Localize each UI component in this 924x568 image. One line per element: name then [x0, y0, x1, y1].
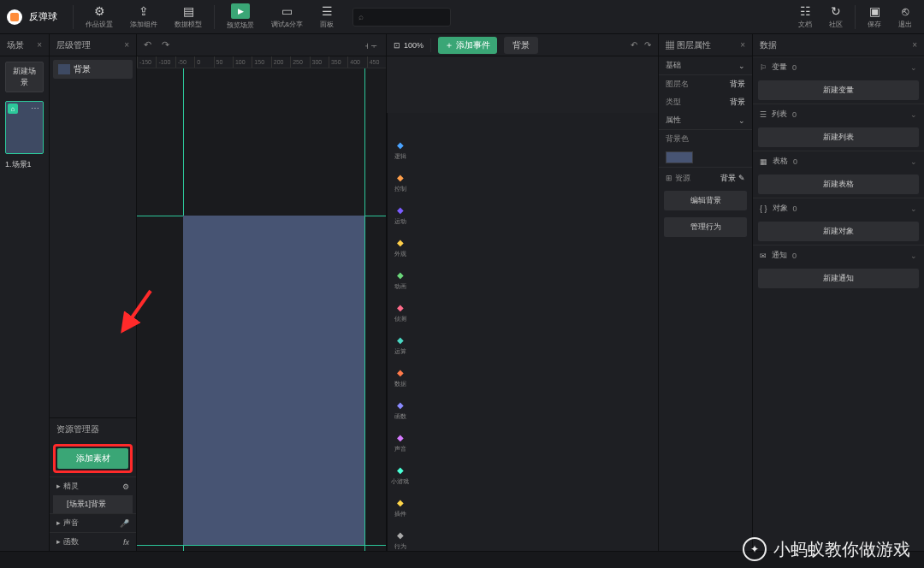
category-7[interactable]: ◆数据: [394, 366, 406, 388]
asset-item[interactable]: [场景1]背景: [53, 495, 133, 513]
category-10[interactable]: ◆小游戏: [391, 464, 409, 486]
redo-button[interactable]: ↷: [162, 39, 169, 50]
settings-button[interactable]: ⚙作品设置: [80, 3, 118, 31]
category-9[interactable]: ◆声音: [394, 431, 406, 453]
scene-thumbnail[interactable]: ⌂ ⋯: [5, 101, 44, 154]
community-button[interactable]: ↻社区: [824, 3, 848, 31]
variable-icon: ⚐: [760, 63, 767, 72]
top-bar: 反弹球 ⚙作品设置 ⇪添加组件 ▤数据模型 ▶预览场景 ▭调试&分享 ☰面板 ⌕…: [0, 0, 924, 34]
category-0[interactable]: ◆逻辑: [394, 139, 406, 161]
docs-button[interactable]: ☷文档: [793, 3, 817, 31]
home-icon: ⌂: [8, 104, 18, 114]
data-title: 数据: [760, 39, 777, 51]
new-list-button[interactable]: 新建列表: [758, 127, 919, 147]
chevron-down-icon: ⌄: [910, 63, 917, 72]
add-asset-button[interactable]: 添加素材: [57, 448, 128, 469]
section-table[interactable]: ▦表格0⌄: [753, 151, 924, 171]
layer-thumb-icon: [58, 64, 70, 74]
app-logo: [7, 9, 22, 25]
ruler-horizontal: -150-100-50050100150200250300350400450: [137, 56, 386, 68]
settings-icon[interactable]: ⚙: [122, 482, 129, 491]
save-button[interactable]: ▣保存: [862, 3, 886, 31]
canvas-area[interactable]: [137, 68, 386, 551]
category-4[interactable]: ◆动画: [394, 269, 406, 291]
mic-icon[interactable]: 🎤: [120, 519, 129, 528]
plugin-icon: ⇪: [139, 4, 149, 18]
category-2[interactable]: ◆运动: [394, 204, 406, 226]
new-variable-button[interactable]: 新建变量: [758, 80, 919, 100]
mobile-icon: ▭: [281, 4, 293, 18]
watermark: ✦ 小蚂蚁教你做游戏: [743, 537, 910, 561]
save-icon: ▣: [869, 4, 880, 18]
edit-bg-button[interactable]: 编辑背景: [664, 191, 747, 210]
new-table-button[interactable]: 新建表格: [758, 175, 919, 194]
section-attr[interactable]: 属性⌄: [659, 111, 752, 130]
bg-chip[interactable]: 背景: [504, 37, 538, 54]
list-icon: ☰: [760, 110, 767, 119]
asset-category-func[interactable]: ▸ 函数fx: [50, 532, 136, 551]
category-8[interactable]: ◆函数: [394, 399, 406, 421]
preview-button[interactable]: ▶预览场景: [222, 2, 259, 32]
section-notify[interactable]: ✉通知0⌄: [753, 245, 924, 265]
section-basic[interactable]: 基础⌄: [659, 56, 752, 75]
undo-button[interactable]: ↶: [144, 39, 151, 50]
category-3[interactable]: ◆外观: [394, 236, 406, 258]
table-icon: ▦: [760, 157, 767, 166]
panels-button[interactable]: ☰面板: [315, 3, 339, 31]
search-input[interactable]: ⌕: [352, 8, 451, 27]
database-icon: ▤: [183, 4, 194, 18]
highlight-annotation: 添加素材: [53, 444, 133, 473]
category-6[interactable]: ◆运算: [394, 334, 406, 356]
fx-icon[interactable]: fx: [123, 538, 129, 547]
close-icon[interactable]: ×: [740, 40, 745, 50]
close-icon[interactable]: ×: [124, 40, 129, 50]
section-variable[interactable]: ⚐变量0⌄: [753, 56, 924, 77]
redo-button[interactable]: ↷: [644, 40, 651, 50]
asset-panel: 资源管理器 添加素材 ▸ 精灵⚙ [场景1]背景 ▸ 声音🎤 ▸ 函数fx: [50, 417, 136, 551]
new-scene-button[interactable]: 新建场景: [5, 62, 44, 92]
category-11[interactable]: ◆插件: [394, 496, 406, 518]
chevron-down-icon: ⌄: [910, 110, 917, 119]
align-button[interactable]: ⫞⫟: [364, 40, 379, 50]
object-icon: { }: [760, 204, 767, 213]
exit-icon: ⎋: [902, 4, 909, 18]
more-icon[interactable]: ⋯: [31, 104, 39, 113]
close-icon[interactable]: ×: [37, 40, 42, 50]
layer-panel: 层级管理× 背景 资源管理器 添加素材 ▸ 精灵⚙ [场景1]背景 ▸ 声音🎤 …: [50, 34, 137, 551]
scene-label: 1.场景1: [5, 159, 44, 170]
asset-category-sprite[interactable]: ▸ 精灵⚙: [50, 476, 136, 495]
bgcolor-swatch[interactable]: [666, 151, 693, 163]
artboard[interactable]: [183, 216, 364, 545]
play-icon: ▶: [231, 3, 250, 19]
project-title: 反弹球: [29, 10, 57, 23]
undo-button[interactable]: ↶: [631, 40, 637, 50]
category-5[interactable]: ◆侦测: [394, 301, 406, 323]
category-12[interactable]: ◆行为: [394, 529, 406, 551]
close-icon[interactable]: ×: [912, 40, 917, 50]
list-icon: ☰: [322, 4, 333, 18]
blocks-panel: ⊡ 100% ＋ 添加事件 背景 ↶ ↷ ◆逻辑◆控制◆运动◆外观◆动画◆侦测◆…: [387, 34, 659, 551]
chevron-down-icon: ⌄: [738, 62, 745, 70]
props-title: 图层属性: [677, 40, 711, 50]
manage-behavior-button[interactable]: 管理行为: [664, 217, 747, 237]
zoom-indicator[interactable]: ⊡ 100%: [394, 41, 424, 50]
exit-button[interactable]: ⎋退出: [893, 3, 917, 31]
canvas-toolbar: ↶ ↷ ⫞⫟: [137, 34, 386, 56]
layer-item-bg[interactable]: 背景: [53, 60, 133, 79]
scene-panel-title: 场景: [7, 39, 24, 51]
add-plugin-button[interactable]: ⇪添加组件: [125, 3, 163, 31]
blocks-canvas[interactable]: [387, 56, 658, 113]
asset-category-sound[interactable]: ▸ 声音🎤: [50, 513, 136, 532]
chevron-down-icon: ⌄: [910, 204, 917, 213]
debug-button[interactable]: ▭调试&分享: [266, 3, 308, 31]
properties-panel: ▦ 图层属性× 基础⌄ 图层名背景 类型背景 属性⌄ 背景色 ⊞ 资源背景 ✎ …: [659, 34, 753, 551]
canvas-panel: ↶ ↷ ⫞⫟ -150-100-500501001502002503003504…: [137, 34, 387, 551]
notify-icon: ✉: [760, 251, 767, 260]
new-notify-button[interactable]: 新建通知: [758, 269, 919, 288]
section-object[interactable]: { }对象0⌄: [753, 198, 924, 218]
data-model-button[interactable]: ▤数据模型: [169, 3, 207, 31]
section-list[interactable]: ☰列表0⌄: [753, 104, 924, 124]
category-1[interactable]: ◆控制: [394, 171, 406, 193]
add-event-button[interactable]: ＋ 添加事件: [438, 37, 497, 54]
new-object-button[interactable]: 新建对象: [758, 222, 919, 241]
